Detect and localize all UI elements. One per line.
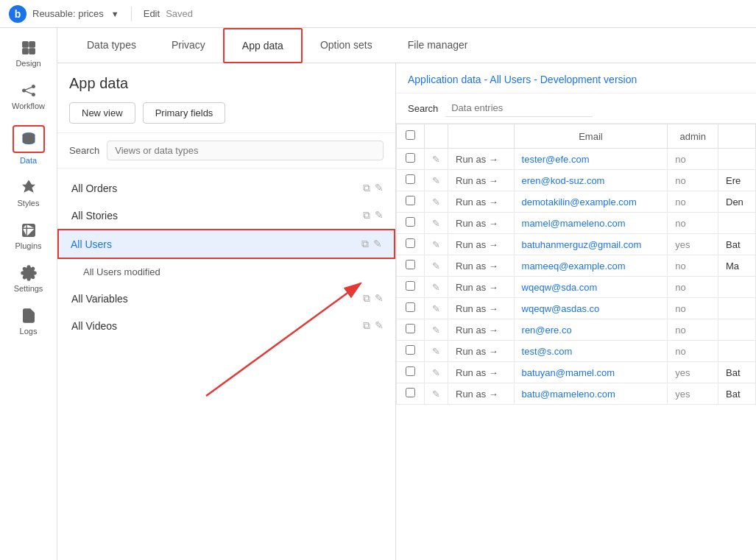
view-item-all-users-modified[interactable]: All Users modified — [57, 259, 395, 285]
tab-app-data[interactable]: App data — [223, 28, 303, 63]
row-edit-cell[interactable]: ✎ — [425, 341, 448, 362]
styles-icon — [21, 180, 37, 196]
data-table: Email admin ✎ Run as → tester@efe.com no… — [396, 124, 756, 560]
row-email-cell: wqeqw@sda.com — [514, 277, 668, 298]
view-item-all-variables[interactable]: All Variables ⧉ ✎ — [57, 285, 395, 312]
row-edit-cell[interactable]: ✎ — [425, 149, 448, 170]
copy-icon[interactable]: ⧉ — [363, 319, 370, 332]
primary-fields-button[interactable]: Primary fields — [143, 102, 226, 124]
row-extra-cell: Bat — [718, 234, 756, 255]
tab-file-manager[interactable]: File manager — [390, 28, 486, 63]
row-email-cell: wqeqw@asdas.co — [514, 298, 668, 319]
row-run-as-cell[interactable]: Run as → — [448, 362, 515, 383]
tab-data-types[interactable]: Data types — [69, 28, 154, 63]
row-run-as-cell[interactable]: Run as → — [448, 170, 515, 191]
view-item-all-stories[interactable]: All Stories ⧉ ✎ — [57, 202, 395, 229]
view-item-all-users[interactable]: All Users ⧉ ✎ — [57, 229, 395, 259]
row-run-as-cell[interactable]: Run as → — [448, 213, 515, 234]
sidebar-item-label: Plugins — [15, 241, 41, 250]
copy-icon[interactable]: ⧉ — [363, 182, 370, 194]
row-extra-cell — [718, 277, 756, 298]
row-edit-cell[interactable]: ✎ — [425, 170, 448, 191]
edit-icon[interactable]: ✎ — [375, 292, 384, 305]
data-search-input[interactable] — [445, 99, 593, 117]
row-edit-cell[interactable]: ✎ — [425, 213, 448, 234]
view-item-label: All Variables — [71, 293, 128, 305]
row-admin-cell: no — [668, 149, 718, 170]
row-edit-cell[interactable]: ✎ — [425, 191, 448, 213]
sidebar-item-styles[interactable]: Styles — [0, 174, 57, 213]
row-run-as-cell[interactable]: Run as → — [448, 234, 515, 255]
row-edit-cell[interactable]: ✎ — [425, 319, 448, 341]
row-run-as-cell[interactable]: Run as → — [448, 255, 515, 277]
logs-icon — [21, 308, 37, 324]
copy-icon[interactable]: ⧉ — [363, 292, 370, 305]
copy-icon[interactable]: ⧉ — [363, 209, 370, 221]
row-run-as-cell[interactable]: Run as → — [448, 341, 515, 362]
row-edit-cell[interactable]: ✎ — [425, 255, 448, 277]
row-admin-cell: yes — [668, 383, 718, 405]
row-edit-cell[interactable]: ✎ — [425, 383, 448, 405]
view-item-icons: ⧉ ✎ — [363, 182, 384, 194]
row-extra-cell: Bat — [718, 383, 756, 405]
row-run-as-cell[interactable]: Run as → — [448, 319, 515, 341]
sidebar-item-design[interactable]: Design — [0, 34, 57, 74]
row-run-as-cell[interactable]: Run as → — [448, 149, 515, 170]
sidebar-item-label: Logs — [20, 327, 38, 336]
sidebar-item-logs[interactable]: Logs — [0, 302, 57, 341]
row-email-cell: eren@kod-suz.com — [514, 170, 668, 191]
row-checkbox-cell — [397, 255, 425, 277]
edit-icon[interactable]: ✎ — [375, 209, 384, 221]
row-edit-cell[interactable]: ✎ — [425, 277, 448, 298]
row-extra-cell: Ere — [718, 170, 756, 191]
svg-point-6 — [32, 93, 35, 96]
edit-icon[interactable]: ✎ — [375, 319, 384, 332]
edit-button[interactable]: Edit — [144, 8, 160, 19]
row-run-as-cell[interactable]: Run as → — [448, 383, 515, 405]
sidebar-item-label: Data — [20, 156, 37, 165]
view-item-icons: ⧉ ✎ — [363, 209, 384, 221]
row-edit-cell[interactable]: ✎ — [425, 298, 448, 319]
row-checkbox[interactable] — [406, 217, 415, 227]
tab-privacy[interactable]: Privacy — [154, 28, 223, 63]
row-checkbox-cell — [397, 191, 425, 213]
sidebar-item-plugins[interactable]: Plugins — [0, 216, 57, 256]
row-admin-cell: no — [668, 298, 718, 319]
row-checkbox[interactable] — [406, 388, 415, 397]
row-edit-cell[interactable]: ✎ — [425, 362, 448, 383]
row-checkbox[interactable] — [406, 366, 415, 376]
new-view-button[interactable]: New view — [69, 102, 135, 124]
view-item-all-videos[interactable]: All Videos ⧉ ✎ — [57, 312, 395, 339]
edit-icon[interactable]: ✎ — [373, 238, 382, 250]
row-checkbox-cell — [397, 170, 425, 191]
left-panel-actions: New view Primary fields — [69, 102, 384, 124]
tab-option-sets[interactable]: Option sets — [303, 28, 390, 63]
row-checkbox[interactable] — [406, 238, 415, 248]
app-dropdown-icon[interactable]: ▼ — [111, 10, 119, 18]
sidebar-item-workflow[interactable]: Workflow — [0, 77, 57, 116]
row-admin-cell: no — [668, 341, 718, 362]
row-email-cell: batuhanmerguz@gmail.com — [514, 234, 668, 255]
sidebar-item-settings[interactable]: Settings — [0, 259, 57, 299]
views-search-input[interactable] — [107, 141, 384, 160]
row-checkbox[interactable] — [406, 302, 415, 312]
row-checkbox[interactable] — [406, 281, 415, 291]
row-checkbox[interactable] — [406, 153, 415, 163]
row-email-cell: test@s.com — [514, 341, 668, 362]
row-run-as-cell[interactable]: Run as → — [448, 277, 515, 298]
row-checkbox[interactable] — [406, 345, 415, 355]
row-checkbox[interactable] — [406, 196, 415, 205]
row-run-as-cell[interactable]: Run as → — [448, 298, 515, 319]
row-edit-cell[interactable]: ✎ — [425, 234, 448, 255]
row-checkbox[interactable] — [406, 324, 415, 333]
sidebar-item-data[interactable]: Data — [0, 119, 57, 171]
row-admin-cell: no — [668, 319, 718, 341]
copy-icon[interactable]: ⧉ — [361, 238, 369, 250]
select-all-checkbox[interactable] — [406, 130, 415, 140]
row-email-cell: batu@mameleno.com — [514, 383, 668, 405]
row-checkbox[interactable] — [406, 260, 415, 269]
row-run-as-cell[interactable]: Run as → — [448, 191, 515, 213]
edit-icon[interactable]: ✎ — [375, 182, 384, 194]
row-checkbox[interactable] — [406, 174, 415, 184]
view-item-all-orders[interactable]: All Orders ⧉ ✎ — [57, 174, 395, 202]
